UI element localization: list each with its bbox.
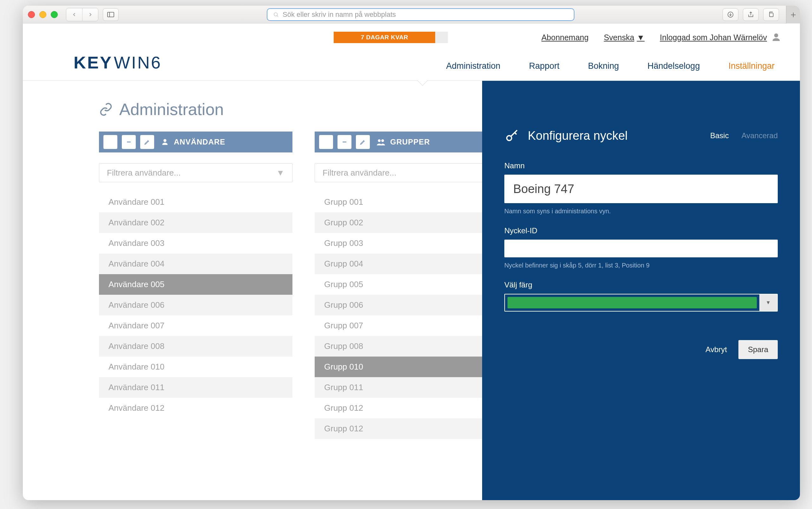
list-item[interactable]: Användare 007 (99, 315, 292, 336)
groups-filter[interactable]: Filtrera användare... ▼ (315, 163, 508, 182)
list-item[interactable]: Användare 005 (99, 274, 292, 295)
minus-icon (341, 139, 348, 145)
list-item[interactable]: Användare 001 (99, 192, 292, 212)
svg-rect-7 (770, 13, 773, 17)
keyid-note: Nyckel befinner sig i skåp 5, dörr 1, li… (504, 262, 778, 269)
downloads-button[interactable] (723, 8, 739, 21)
nav-report[interactable]: Rapport (529, 61, 560, 71)
list-item[interactable]: Grupp 001 (315, 192, 508, 212)
users-filter-placeholder: Filtrera användare... (107, 168, 181, 178)
list-item[interactable]: Användare 004 (99, 253, 292, 274)
trial-bar-remainder (435, 32, 448, 43)
list-item[interactable]: Användare 010 (99, 357, 292, 377)
svg-point-12 (507, 136, 511, 140)
main-nav: Administration Rapport Bokning Händelsel… (446, 61, 781, 80)
users-list: Användare 001Användare 002Användare 003A… (99, 192, 292, 418)
groups-icon (376, 138, 386, 146)
save-button[interactable]: Spara (739, 340, 778, 359)
list-item[interactable]: Grupp 007 (315, 315, 508, 336)
new-tab-button[interactable]: ＋ (786, 6, 800, 24)
nav-event-log[interactable]: Händelselogg (647, 61, 700, 71)
list-item[interactable]: Grupp 002 (315, 212, 508, 233)
current-user[interactable]: Inloggad som Johan Wärnelöv (660, 33, 781, 42)
minimize-window-button[interactable] (39, 11, 46, 18)
pencil-icon (360, 139, 366, 145)
list-item[interactable]: Grupp 012 (315, 418, 508, 439)
list-item[interactable]: Grupp 006 (315, 295, 508, 315)
list-item[interactable]: Användare 008 (99, 336, 292, 357)
subscription-link[interactable]: Abonnemang (541, 33, 589, 42)
list-item[interactable]: Användare 002 (99, 212, 292, 233)
users-header-label: ANVÄNDARE (174, 138, 225, 146)
users-column: ANVÄNDARE Filtrera användare... ▼ Använd… (99, 132, 292, 439)
trial-days-label: 7 DAGAR KVAR (334, 32, 435, 43)
caret-down-icon: ▼ (637, 33, 645, 42)
page-body: Administration (23, 81, 800, 500)
groups-filter-placeholder: Filtrera användare... (322, 168, 397, 178)
app-logo: KEY WIN6 (73, 53, 162, 80)
groups-header-label: GRUPPER (390, 138, 430, 146)
users-remove-button[interactable] (122, 135, 136, 149)
users-edit-button[interactable] (140, 135, 154, 149)
window-controls (28, 11, 62, 18)
share-button[interactable] (743, 8, 759, 21)
users-header: ANVÄNDARE (99, 132, 292, 152)
cancel-button[interactable]: Avbryt (706, 345, 727, 354)
user-icon (772, 33, 781, 42)
language-selector[interactable]: Svenska ▼ (604, 33, 645, 42)
maximize-window-button[interactable] (51, 11, 58, 18)
nav-administration[interactable]: Administration (446, 61, 501, 71)
color-select[interactable]: ▼ (504, 294, 778, 311)
panel-title: Konfigurera nyckel (528, 129, 701, 143)
list-item[interactable]: Grupp 012 (315, 398, 508, 418)
name-input[interactable] (504, 175, 778, 203)
nav-back-forward-group (66, 8, 98, 21)
name-field-block: Namn Namn som syns i administrations vyn… (504, 161, 778, 215)
tab-basic[interactable]: Basic (710, 131, 729, 140)
address-bar[interactable]: Sök eller skriv in namn på webbplats (267, 8, 574, 21)
svg-rect-0 (107, 12, 114, 17)
caret-down-icon: ▼ (276, 168, 284, 178)
forward-button[interactable] (82, 8, 98, 21)
list-item[interactable]: Grupp 005 (315, 274, 508, 295)
svg-point-2 (274, 13, 278, 16)
link-icon (99, 102, 113, 116)
keyid-input[interactable] (504, 240, 778, 257)
list-item[interactable]: Grupp 010 (315, 357, 508, 377)
search-icon (273, 12, 279, 18)
sidebar-icon (107, 12, 114, 18)
chevron-right-icon (88, 12, 93, 18)
current-user-label: Inloggad som Johan Wärnelöv (660, 33, 767, 42)
list-item[interactable]: Grupp 004 (315, 253, 508, 274)
color-label: Välj färg (504, 280, 778, 290)
pencil-icon (144, 139, 150, 145)
key-icon (504, 128, 519, 143)
list-item[interactable]: Användare 012 (99, 398, 292, 418)
list-item[interactable]: Grupp 003 (315, 233, 508, 253)
tabs-button[interactable] (763, 8, 779, 21)
groups-edit-button[interactable] (356, 135, 370, 149)
chevron-left-icon (71, 12, 77, 18)
download-icon (727, 11, 733, 18)
list-item[interactable]: Användare 006 (99, 295, 292, 315)
groups-remove-button[interactable] (338, 135, 351, 149)
name-label: Namn (504, 161, 778, 170)
logo-part1: KEY (73, 53, 113, 72)
nav-booking[interactable]: Bokning (588, 61, 619, 71)
show-sidebar-button[interactable] (103, 8, 119, 21)
panel-tabs: Basic Avancerad (710, 131, 778, 140)
close-window-button[interactable] (28, 11, 35, 18)
list-item[interactable]: Användare 003 (99, 233, 292, 253)
nav-settings[interactable]: Inställningar (728, 61, 775, 71)
toolbar-right-group (723, 8, 779, 21)
back-button[interactable] (66, 8, 82, 21)
panel-title-row: Konfigurera nyckel Basic Avancerad (504, 128, 778, 143)
list-item[interactable]: Grupp 008 (315, 336, 508, 357)
users-add-button[interactable] (103, 135, 117, 149)
groups-add-button[interactable] (319, 135, 333, 149)
list-item[interactable]: Grupp 011 (315, 377, 508, 398)
list-item[interactable]: Användare 011 (99, 377, 292, 398)
users-filter[interactable]: Filtrera användare... ▼ (99, 163, 292, 182)
tab-advanced[interactable]: Avancerad (742, 131, 778, 140)
panel-actions: Avbryt Spara (504, 340, 778, 359)
